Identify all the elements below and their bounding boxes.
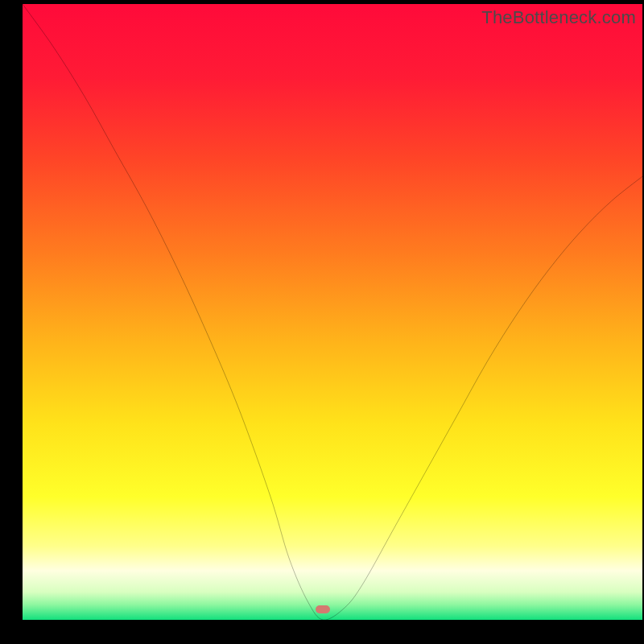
chart-stage: TheBottleneck.com — [0, 0, 644, 644]
plot-area: TheBottleneck.com — [23, 4, 642, 620]
bottleneck-curve — [23, 4, 642, 620]
minimum-marker — [316, 605, 330, 613]
